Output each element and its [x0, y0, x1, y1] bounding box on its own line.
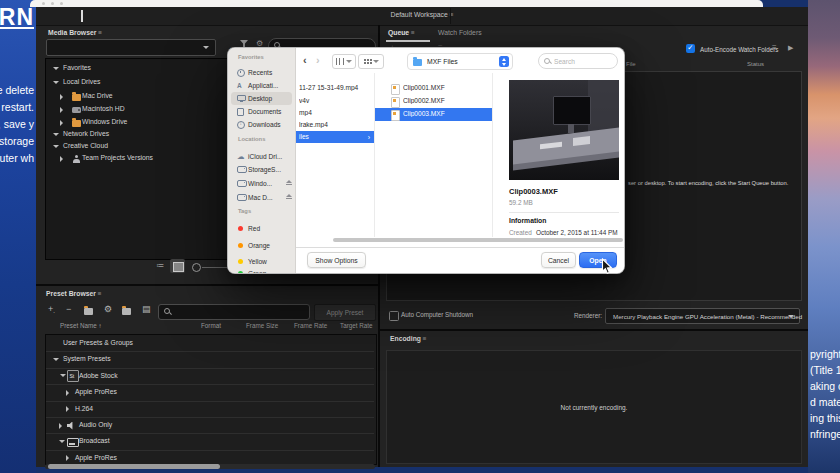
chevron-down-icon[interactable]	[53, 145, 59, 148]
file-row-lrake-mp4[interactable]: lrake.mp4	[296, 119, 374, 131]
sidebar-item-yellow[interactable]: Yellow	[231, 255, 292, 268]
watch-folder-list-icon[interactable]: ≡	[772, 44, 777, 52]
new-preset-group-icon[interactable]	[84, 308, 93, 315]
preset-search-input[interactable]	[158, 304, 310, 320]
chevron-right-icon[interactable]	[59, 423, 62, 429]
queue-column-status[interactable]: Status	[747, 61, 764, 67]
group-view-button[interactable]	[358, 54, 384, 69]
dialog-search-field[interactable]	[538, 53, 618, 69]
sidebar-item-storages-[interactable]: StorageS...	[231, 163, 292, 176]
file-row-11-27-15-31-49-mp4[interactable]: 11-27 15-31-49.mp4	[296, 82, 374, 94]
cancel-button[interactable]: Cancel	[541, 252, 576, 268]
preset-row-apple-prores[interactable]: Apple ProRes	[46, 450, 374, 465]
chevron-down-icon[interactable]	[53, 81, 59, 84]
preset-label: Broadcast	[79, 437, 110, 444]
renderer-dropdown[interactable]: Mercury Playback Engine GPU Acceleration…	[605, 308, 800, 324]
chevron-down-icon[interactable]	[53, 133, 59, 136]
preset-settings-icon[interactable]: ⚙	[104, 305, 112, 314]
file-row-label: 11-27 15-31-49.mp4	[299, 84, 369, 91]
preset-row-broadcast[interactable]: Broadcast	[46, 433, 374, 450]
chevron-right-icon[interactable]	[66, 406, 69, 412]
forward-nav-icon[interactable]: ›	[316, 55, 320, 66]
media-browser-panel-menu-icon[interactable]: ≡	[98, 29, 102, 36]
chevron-down-icon[interactable]	[53, 358, 59, 361]
queue-panel-menu-icon[interactable]: ≡	[411, 29, 415, 36]
sidebar-item-green[interactable]: Green	[231, 267, 292, 273]
drive-icon	[237, 166, 247, 173]
back-nav-icon[interactable]: ‹	[303, 55, 307, 66]
media-browser-path-dropdown[interactable]	[46, 39, 216, 56]
column-header-format[interactable]: Format	[201, 322, 221, 329]
sidebar-item-applicati-[interactable]: AApplicati...	[231, 79, 292, 92]
chevron-down-icon[interactable]	[53, 67, 59, 70]
panel-gutter-left[interactable]	[36, 284, 378, 286]
import-preset-icon[interactable]	[122, 308, 131, 315]
sidebar-item-downloads[interactable]: Downloads	[231, 118, 292, 131]
preset-browser-panel-menu-icon[interactable]: ≡	[98, 290, 102, 297]
file-row-mp4[interactable]: mp4	[296, 107, 374, 119]
encoding-panel-menu-icon[interactable]: ≡	[423, 335, 427, 342]
sidebar-item-icloud-dri-[interactable]: ☁iCloud Dri...	[231, 150, 292, 163]
preset-row-h-264[interactable]: H.264	[46, 401, 374, 418]
file-row-clip0001-mxf[interactable]: Clip0001.MXF	[375, 82, 492, 95]
dialog-hscrollbar-thumb[interactable]	[333, 238, 623, 242]
queue-column-file[interactable]: File	[626, 61, 636, 67]
add-preset-icon[interactable]: +˯	[48, 305, 55, 315]
preset-hscrollbar-track[interactable]	[45, 464, 375, 469]
tab-watch-folders[interactable]: Watch Folders	[438, 29, 482, 36]
renderer-label: Renderer:	[574, 312, 602, 319]
wallpaper-text-line: on restart.	[0, 101, 34, 113]
column-header-frame-rate[interactable]: Frame Rate	[294, 322, 327, 329]
zoom-slider-knob[interactable]	[192, 263, 201, 272]
sidebar-item-mac-d-[interactable]: Mac D...	[231, 191, 292, 204]
column-header-target-rate[interactable]: Target Rate	[340, 322, 373, 329]
file-row-clip0003-mxf[interactable]: Clip0003.MXF	[375, 108, 492, 121]
eject-icon[interactable]	[286, 180, 292, 186]
auto-shutdown-checkbox[interactable]	[389, 311, 399, 321]
start-queue-icon[interactable]: ▶	[788, 44, 793, 52]
remove-preset-icon[interactable]: −	[66, 305, 71, 314]
panel-gutter-right[interactable]	[380, 329, 808, 331]
tab-queue[interactable]: Queue ≡	[388, 29, 415, 36]
workspace-tab[interactable]: Default Workspace ≡	[36, 11, 808, 18]
sidebar-item-red[interactable]: Red	[231, 222, 292, 235]
auto-encode-checkbox[interactable]	[686, 44, 695, 53]
preset-row-adobe-stock[interactable]: Adobe Stock	[46, 368, 374, 385]
column-divider[interactable]	[492, 73, 493, 237]
preset-row-apple-prores[interactable]: Apple ProRes	[46, 384, 374, 401]
dialog-search-input[interactable]	[552, 55, 614, 68]
list-view-icon[interactable]: ≔	[156, 262, 164, 270]
preset-hscrollbar-thumb[interactable]	[48, 464, 220, 469]
chevron-right-icon: ›	[368, 134, 370, 141]
sidebar-item-recents[interactable]: Recents	[231, 66, 292, 79]
photo-monitor	[553, 96, 591, 125]
column-header-frame-size[interactable]: Frame Size	[246, 322, 278, 329]
chevron-down-icon[interactable]	[59, 440, 65, 443]
preset-row-user-presets-groups[interactable]: User Presets & Groups	[46, 335, 374, 352]
chevron-right-icon[interactable]	[60, 107, 63, 113]
file-row-iles[interactable]: iles›	[296, 131, 374, 143]
chevron-down-icon[interactable]	[60, 374, 66, 377]
show-options-button[interactable]: Show Options	[307, 252, 366, 268]
sidebar-item-desktop[interactable]: Desktop	[231, 92, 292, 105]
sidebar-item-orange[interactable]: Orange	[231, 239, 292, 252]
preset-list-icon[interactable]: ▤	[142, 305, 151, 314]
preset-row-audio-only[interactable]: Audio Only	[46, 417, 374, 434]
eject-icon[interactable]	[286, 194, 292, 200]
column-header-preset-name[interactable]: Preset Name ↑	[60, 322, 102, 329]
chevron-right-icon[interactable]	[66, 390, 69, 396]
sidebar-item-windo-[interactable]: Windo...	[231, 177, 292, 190]
chevron-right-icon[interactable]	[60, 120, 63, 126]
file-row-v4v[interactable]: v4v	[296, 95, 374, 107]
apply-preset-button[interactable]: Apply Preset	[314, 304, 376, 321]
thumbnail-view-button[interactable]	[170, 259, 185, 273]
sidebar-item-documents[interactable]: Documents	[231, 105, 292, 118]
file-row-clip0002-mxf[interactable]: Clip0002.MXF	[375, 95, 492, 108]
folder-stepper[interactable]	[499, 56, 509, 67]
chevron-right-icon[interactable]	[60, 156, 63, 162]
folder-dropdown[interactable]: MXF Files	[407, 53, 513, 70]
chevron-right-icon[interactable]	[66, 455, 69, 461]
preset-row-system-presets[interactable]: System Presets	[46, 351, 374, 368]
chevron-right-icon[interactable]	[60, 94, 63, 100]
column-view-button[interactable]	[332, 54, 356, 69]
